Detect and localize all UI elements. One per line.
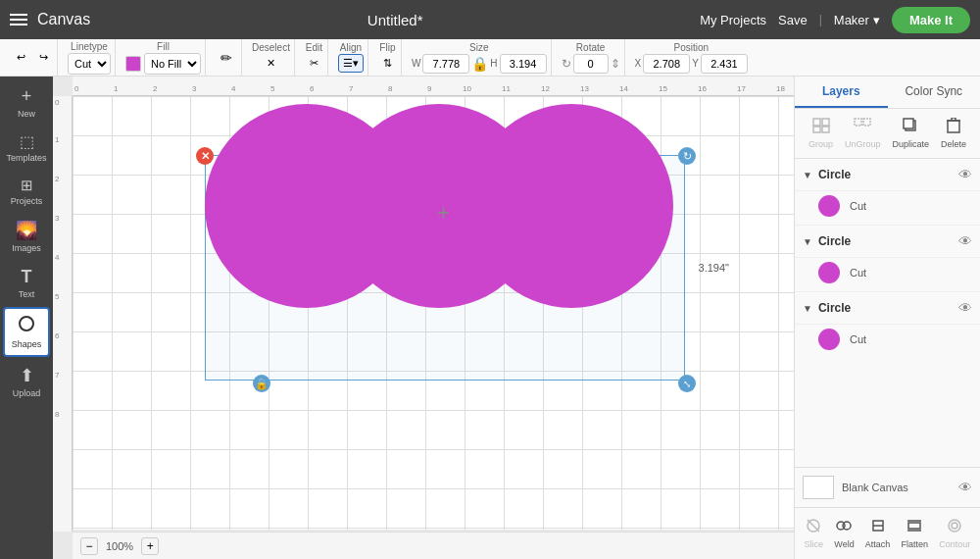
ungroup-button[interactable]: UnGroup xyxy=(839,115,887,152)
panel-toolbar: Group UnGroup Duplicate Delete xyxy=(795,109,980,159)
pen-button[interactable]: ✏ xyxy=(216,47,237,69)
handle-resize[interactable]: ⤡ xyxy=(678,375,696,392)
layer-arrow-3[interactable]: ▼ xyxy=(803,303,812,314)
projects-icon: ⊞ xyxy=(21,177,33,194)
my-projects-link[interactable]: My Projects xyxy=(700,13,766,27)
layer-sub-3: Cut xyxy=(795,325,980,358)
size-group: Size W 🔒 H xyxy=(408,39,552,76)
blank-canvas-eye-icon[interactable]: 👁 xyxy=(958,480,972,495)
layer-eye-2[interactable]: 👁 xyxy=(958,233,972,249)
layer-eye-1[interactable]: 👁 xyxy=(958,167,972,182)
ungroup-icon xyxy=(854,118,871,137)
canvas-area[interactable]: 0 1 2 3 4 5 6 7 8 9 10 11 12 13 14 15 16… xyxy=(53,76,794,559)
bottom-bar: − 100% + xyxy=(73,532,794,559)
shapes-icon xyxy=(18,315,35,337)
flip-group: Flip ⇅ xyxy=(374,39,402,76)
maker-button[interactable]: Maker ▾ xyxy=(834,13,880,27)
redo-button[interactable]: ↪ xyxy=(34,48,53,67)
svg-rect-2 xyxy=(822,119,829,126)
svg-point-23 xyxy=(949,520,960,532)
svg-rect-1 xyxy=(813,119,820,126)
sidebar-item-images[interactable]: 🌄 Images xyxy=(3,214,50,259)
attach-icon xyxy=(870,518,886,537)
sidebar-item-templates[interactable]: ⬚ Templates xyxy=(3,127,50,169)
svg-rect-5 xyxy=(855,119,861,126)
layer-arrow-2[interactable]: ▼ xyxy=(803,236,812,247)
edit-button[interactable]: ✂ xyxy=(305,54,323,73)
fill-group: Fill No Fill xyxy=(122,39,206,76)
blank-canvas-preview xyxy=(803,476,834,499)
group-button[interactable]: Group xyxy=(803,115,839,152)
circle-3 xyxy=(469,104,673,308)
rotate-input[interactable] xyxy=(573,54,609,74)
left-sidebar: + New ⬚ Templates ⊞ Projects 🌄 Images T … xyxy=(0,76,53,559)
layer-color-2 xyxy=(818,262,840,283)
fill-color-swatch[interactable] xyxy=(125,56,141,72)
fill-label: Fill xyxy=(157,41,170,52)
zoom-level: 100% xyxy=(106,540,133,552)
ruler-horizontal: 0 1 2 3 4 5 6 7 8 9 10 11 12 13 14 15 16… xyxy=(73,76,794,96)
tab-color-sync[interactable]: Color Sync xyxy=(888,76,981,108)
handle-rotate[interactable]: ↻ xyxy=(678,147,696,165)
duplicate-icon xyxy=(903,118,918,137)
undo-redo-group: ↩ ↪ xyxy=(8,39,58,76)
pen-group: ✏ xyxy=(212,39,242,76)
save-button[interactable]: Save xyxy=(778,13,808,27)
linetype-label: Linetype xyxy=(71,41,108,52)
layer-arrow-1[interactable]: ▼ xyxy=(803,170,812,180)
pos-y-input[interactable] xyxy=(701,54,748,74)
sidebar-item-text[interactable]: T Text xyxy=(3,261,50,305)
svg-point-17 xyxy=(843,522,851,530)
sidebar-item-upload[interactable]: ⬆ Upload xyxy=(3,359,50,404)
contour-icon xyxy=(947,518,962,537)
canvas-grid[interactable]: 7.778" 3.194" + ✕ ↻ 🔒 xyxy=(73,96,794,530)
duplicate-button[interactable]: Duplicate xyxy=(887,115,936,152)
app-title: Canvas xyxy=(37,11,90,28)
deselect-button[interactable]: ✕ xyxy=(262,54,280,73)
document-title: Untitled* xyxy=(368,12,423,28)
sidebar-item-projects[interactable]: ⊞ Projects xyxy=(3,171,50,212)
handle-delete[interactable]: ✕ xyxy=(196,147,214,165)
fill-select[interactable]: No Fill xyxy=(144,53,201,75)
list-item: ▼ Circle 👁 xyxy=(795,159,980,191)
layer-eye-3[interactable]: 👁 xyxy=(958,300,972,316)
layers-list: ▼ Circle 👁 Cut ▼ Circle 👁 Cut ▼ Circ xyxy=(795,159,980,467)
rotate-label: Rotate xyxy=(576,42,605,53)
upload-icon: ⬆ xyxy=(20,365,34,386)
edit-group: Edit ✂ xyxy=(301,39,328,76)
chevron-down-icon: ▾ xyxy=(873,13,880,27)
layer-color-3 xyxy=(818,329,840,350)
position-label: Position xyxy=(673,42,709,53)
position-group: Position X Y xyxy=(631,39,752,76)
slice-button[interactable]: Slice xyxy=(801,514,828,553)
pos-x-input[interactable] xyxy=(643,54,690,74)
sidebar-item-new[interactable]: + New xyxy=(3,80,50,125)
contour-button[interactable]: Contour xyxy=(935,514,974,553)
list-item: ▼ Circle 👁 xyxy=(795,225,980,258)
flatten-button[interactable]: Flatten xyxy=(898,514,933,553)
linetype-select[interactable]: Cut xyxy=(68,53,111,75)
tab-layers[interactable]: Layers xyxy=(795,76,888,108)
flip-label: Flip xyxy=(379,42,395,53)
sidebar-item-shapes[interactable]: Shapes xyxy=(3,307,50,357)
deselect-group: Deselect ✕ xyxy=(248,39,295,76)
svg-point-24 xyxy=(952,523,957,529)
delete-button[interactable]: Delete xyxy=(935,115,972,152)
flip-button[interactable]: ⇅ xyxy=(378,54,397,73)
undo-button[interactable]: ↩ xyxy=(12,48,30,67)
make-it-button[interactable]: Make It xyxy=(892,7,970,33)
text-icon: T xyxy=(22,267,32,287)
handle-lock[interactable]: 🔒 xyxy=(253,375,270,392)
height-input[interactable] xyxy=(500,54,547,74)
right-panel: Layers Color Sync Group UnGroup xyxy=(794,76,980,559)
zoom-out-button[interactable]: − xyxy=(80,537,98,555)
main-layout: + New ⬚ Templates ⊞ Projects 🌄 Images T … xyxy=(0,76,980,559)
hamburger-menu[interactable] xyxy=(10,14,27,25)
attach-button[interactable]: Attach xyxy=(861,514,895,553)
svg-rect-9 xyxy=(948,121,959,132)
width-input[interactable] xyxy=(422,54,469,74)
zoom-in-button[interactable]: + xyxy=(141,537,159,555)
svg-point-0 xyxy=(20,317,33,330)
weld-button[interactable]: Weld xyxy=(830,514,858,553)
align-button[interactable]: ☰▾ xyxy=(338,54,364,73)
